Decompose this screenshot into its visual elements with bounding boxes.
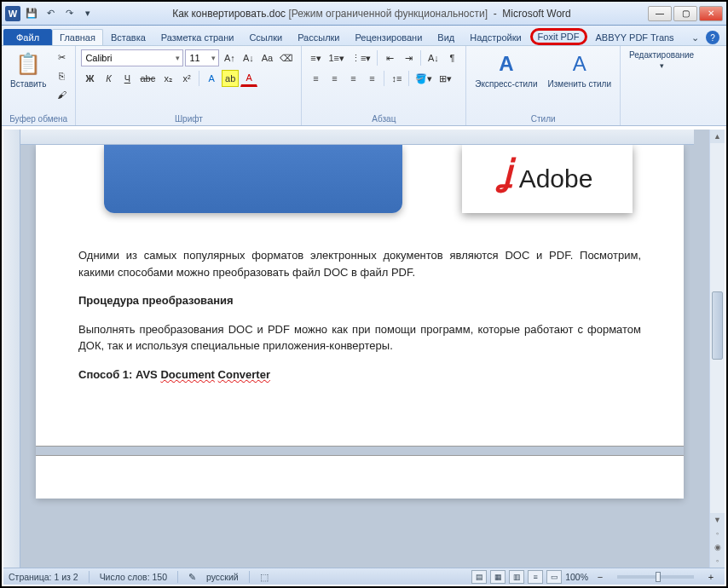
proofing-icon[interactable]: ✎ [188,572,196,582]
align-left-icon[interactable]: ≡ [307,70,324,87]
view-fullscreen-icon[interactable]: ▦ [490,570,506,584]
tab-view[interactable]: Вид [430,29,462,45]
close-button[interactable]: ✕ [699,6,723,21]
strike-button[interactable]: abc [137,70,158,87]
scroll-down-icon[interactable]: ▼ [710,513,725,527]
line-spacing-icon[interactable]: ↕≡ [388,70,405,87]
shading-icon[interactable]: 🪣▾ [413,70,435,87]
minimize-ribbon-icon[interactable]: ⌄ [687,30,702,45]
indent-right-icon[interactable]: ⇥ [400,49,417,66]
minimize-button[interactable]: — [648,6,672,21]
copy-icon[interactable]: ⎘ [53,67,70,84]
paragraph-2[interactable]: Процедура преобразования [78,292,641,309]
superscript-button[interactable]: x² [178,70,195,87]
justify-icon[interactable]: ≡ [363,70,380,87]
ribbon: 📋 Вставить ✂ ⎘ 🖌 Буфер обмена Calibri 11… [2,46,726,126]
clear-format-icon[interactable]: ⌫ [277,49,296,66]
numbering-icon[interactable]: 1≡▾ [326,49,347,66]
page[interactable]: ʝ Adobe Одними из самых популярных форма… [36,145,684,499]
document-body[interactable]: Одними из самых популярных форматов элек… [78,247,641,383]
zoom-knob[interactable] [656,572,661,582]
tab-foxit-pdf[interactable]: Foxit PDF [530,28,587,45]
paragraph-1[interactable]: Одними из самых популярных форматов элек… [78,247,641,280]
qat-customize-icon[interactable]: ▾ [80,6,95,21]
vertical-scrollbar[interactable]: ▲ ▼ ◦ ◉ ◦ [709,130,725,568]
zoom-out-icon[interactable]: − [592,568,609,585]
zoom-level[interactable]: 100% [565,572,588,582]
tab-references[interactable]: Ссылки [241,29,290,45]
tab-file[interactable]: Файл [3,29,52,45]
bullets-icon[interactable]: ≡▾ [307,49,324,66]
horizontal-ruler[interactable] [20,130,694,145]
paste-button[interactable]: 📋 Вставить [7,49,49,90]
change-case-icon[interactable]: Aa [258,49,275,66]
cut-icon[interactable]: ✂ [53,49,70,66]
subscript-button[interactable]: x₂ [159,70,176,87]
prev-page-icon[interactable]: ◦ [710,527,725,540]
blue-graphic [104,145,402,213]
tab-abbyy[interactable]: ABBYY PDF Trans [588,29,682,45]
borders-icon[interactable]: ⊞▾ [436,70,454,87]
scroll-thumb[interactable] [712,291,723,360]
quick-styles-icon: A [493,50,520,78]
view-print-icon[interactable]: ▤ [471,570,487,584]
tab-layout[interactable]: Разметка страни [153,29,242,45]
font-color-icon[interactable]: A [240,70,257,87]
font-name-combo[interactable]: Calibri [81,49,183,66]
ribbon-tabs: Файл Главная Вставка Разметка страни Ссы… [2,26,726,46]
maximize-button[interactable]: ▢ [673,6,697,21]
page-status[interactable]: Страница: 1 из 2 [9,572,78,582]
font-size-combo[interactable]: 11 [185,49,219,66]
format-painter-icon[interactable]: 🖌 [53,86,70,103]
highlight-icon[interactable]: ab [222,70,239,87]
group-editing: Редактирование ▾ [621,46,702,125]
tab-review[interactable]: Рецензировани [348,29,430,45]
tab-insert[interactable]: Вставка [103,29,153,45]
doc-name: Как конвертировать.doc [172,8,286,20]
view-draft-icon[interactable]: ▭ [546,570,562,584]
paragraph-4[interactable]: Способ 1: AVS Document Converter [78,366,641,383]
editing-button[interactable]: Редактирование ▾ [626,49,697,72]
page-viewport[interactable]: ʝ Adobe Одними из самых популярных форма… [20,145,709,568]
italic-button[interactable]: К [100,70,117,87]
scroll-up-icon[interactable]: ▲ [710,130,725,143]
sort-icon[interactable]: A↓ [425,49,442,66]
change-styles-button[interactable]: A Изменить стили [545,49,615,90]
zoom-in-icon[interactable]: + [702,568,719,585]
redo-icon[interactable]: ↷ [61,6,77,21]
shrink-font-icon[interactable]: A↓ [240,49,257,66]
compat-mode: [Режим ограниченной функциональности] [288,8,488,20]
tab-mailings[interactable]: Рассылки [290,29,347,45]
multilevel-icon[interactable]: ⋮≡▾ [349,49,373,66]
word-icon: W [5,6,20,21]
tab-addins[interactable]: Надстройки [462,29,529,45]
language-status[interactable]: русский [206,572,239,582]
align-center-icon[interactable]: ≡ [326,70,343,87]
adobe-logo-box: ʝ Adobe [462,145,633,213]
view-web-icon[interactable]: ▥ [509,570,524,584]
underline-button[interactable]: Ч [118,70,136,87]
align-right-icon[interactable]: ≡ [344,70,361,87]
zoom-slider[interactable] [617,575,694,579]
help-icon[interactable]: ? [706,31,719,44]
quick-access-toolbar: 💾 ↶ ↷ ▾ [24,6,95,21]
app-name: Microsoft Word [502,8,570,20]
bold-button[interactable]: Ж [81,70,98,87]
view-outline-icon[interactable]: ≡ [528,570,543,584]
font-label: Шрифт [81,113,296,124]
next-page-icon[interactable]: ◦ [710,554,725,568]
show-marks-icon[interactable]: ¶ [443,49,460,66]
grow-font-icon[interactable]: A↑ [221,49,238,66]
quick-styles-button[interactable]: A Экспресс-стили [471,49,540,90]
save-icon[interactable]: 💾 [24,6,39,21]
vertical-ruler[interactable] [3,130,20,568]
tab-home[interactable]: Главная [52,29,103,45]
text-effects-icon[interactable]: A [203,70,220,87]
indent-left-icon[interactable]: ⇤ [381,49,398,66]
adobe-swoosh-icon: ʝ [502,152,512,193]
insert-mode-icon[interactable]: ⬚ [260,572,269,582]
word-count[interactable]: Число слов: 150 [100,572,167,582]
undo-icon[interactable]: ↶ [43,6,58,21]
browse-object-icon[interactable]: ◉ [710,540,725,554]
paragraph-3[interactable]: Выполнять преобразования DOC и PDF можно… [78,321,641,355]
